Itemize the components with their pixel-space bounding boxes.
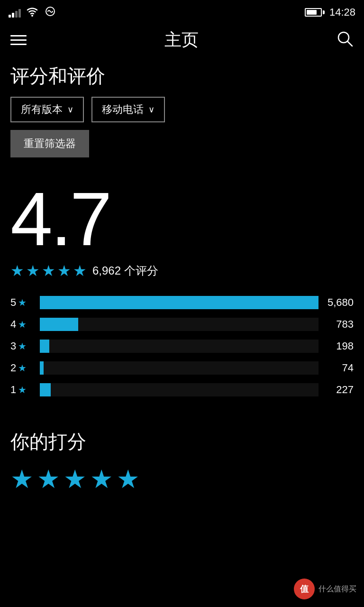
filter-row: 所有版本 ∨ 移动电话 ∨ <box>0 97 364 130</box>
nav-title: 主页 <box>164 28 199 52</box>
rating-section: 4.7 ★ ★ ★ ★ ★ 6,962 个评分 <box>0 172 364 296</box>
bar-count-5: 227 <box>325 384 354 396</box>
signal-icon <box>9 7 21 18</box>
wifi-icon <box>26 6 39 19</box>
bar-track-1 <box>40 296 318 309</box>
bar-track-5 <box>40 383 318 396</box>
your-star-4[interactable]: ★ <box>90 464 113 494</box>
menu-button[interactable] <box>10 35 27 45</box>
page-title: 评分和评价 <box>0 58 364 97</box>
bar-fill-5 <box>40 383 51 396</box>
bar-fill-3 <box>40 340 49 353</box>
your-star-1[interactable]: ★ <box>10 464 33 494</box>
device-filter-label: 移动电话 <box>102 102 144 117</box>
status-bar: 14:28 <box>0 0 364 24</box>
bar-track-2 <box>40 318 318 331</box>
search-icon[interactable] <box>337 30 354 50</box>
svg-line-3 <box>347 41 352 46</box>
version-filter-label: 所有版本 <box>21 102 63 117</box>
device-filter-chevron: ∨ <box>148 104 155 115</box>
version-filter-chevron: ∨ <box>67 104 73 115</box>
status-time: 14:28 <box>329 6 355 18</box>
svg-point-0 <box>31 15 33 17</box>
bar-label-4: 2★ <box>10 362 33 374</box>
nfc-icon <box>44 6 57 18</box>
rating-stars-row: ★ ★ ★ ★ ★ 6,962 个评分 <box>10 262 354 280</box>
your-stars-row: ★ ★ ★ ★ ★ <box>10 464 354 494</box>
bar-count-1: 5,680 <box>325 296 354 309</box>
bar-count-2: 783 <box>325 318 354 331</box>
reset-button[interactable]: 重置筛选器 <box>10 130 89 157</box>
your-rating-title: 你的打分 <box>10 429 354 455</box>
reset-row: 重置筛选器 <box>0 130 364 172</box>
bar-count-3: 198 <box>325 340 354 352</box>
bar-row-5: 1★227 <box>10 383 354 396</box>
your-star-3[interactable]: ★ <box>64 464 86 494</box>
bar-row-2: 4★783 <box>10 318 354 331</box>
star-1: ★ <box>10 262 24 280</box>
bar-label-5: 1★ <box>10 384 33 396</box>
bottom-badge: 值 什么值得买 <box>294 579 356 599</box>
star-5: ★ <box>73 262 87 280</box>
bar-row-1: 5★5,680 <box>10 296 354 309</box>
device-filter[interactable]: 移动电话 ∨ <box>91 97 165 122</box>
bar-label-3: 3★ <box>10 340 33 352</box>
bar-track-3 <box>40 340 318 353</box>
rating-count: 6,962 个评分 <box>92 263 158 278</box>
battery-icon <box>305 8 325 17</box>
rating-stars: ★ ★ ★ ★ ★ <box>10 262 87 280</box>
star-3: ★ <box>42 262 55 280</box>
bar-row-4: 2★74 <box>10 361 354 375</box>
your-rating-section: 你的打分 ★ ★ ★ ★ ★ <box>0 419 364 502</box>
bar-fill-1 <box>40 296 318 309</box>
bar-fill-4 <box>40 361 44 375</box>
status-right: 14:28 <box>305 6 355 18</box>
bar-count-4: 74 <box>325 362 354 374</box>
version-filter[interactable]: 所有版本 ∨ <box>10 97 84 122</box>
bar-track-4 <box>40 361 318 375</box>
bar-fill-2 <box>40 318 78 331</box>
star-2: ★ <box>26 262 40 280</box>
badge-label: 什么值得买 <box>318 584 356 594</box>
bar-label-2: 4★ <box>10 318 33 331</box>
your-star-2[interactable]: ★ <box>37 464 60 494</box>
bar-label-1: 5★ <box>10 296 33 309</box>
badge-icon: 值 <box>294 579 315 599</box>
bar-row-3: 3★198 <box>10 340 354 353</box>
your-star-5[interactable]: ★ <box>117 464 139 494</box>
rating-score: 4.7 <box>10 181 354 257</box>
bar-chart: 5★5,6804★7833★1982★741★227 <box>0 296 364 419</box>
status-left <box>9 6 57 19</box>
star-4: ★ <box>57 262 71 280</box>
top-nav: 主页 <box>0 24 364 58</box>
